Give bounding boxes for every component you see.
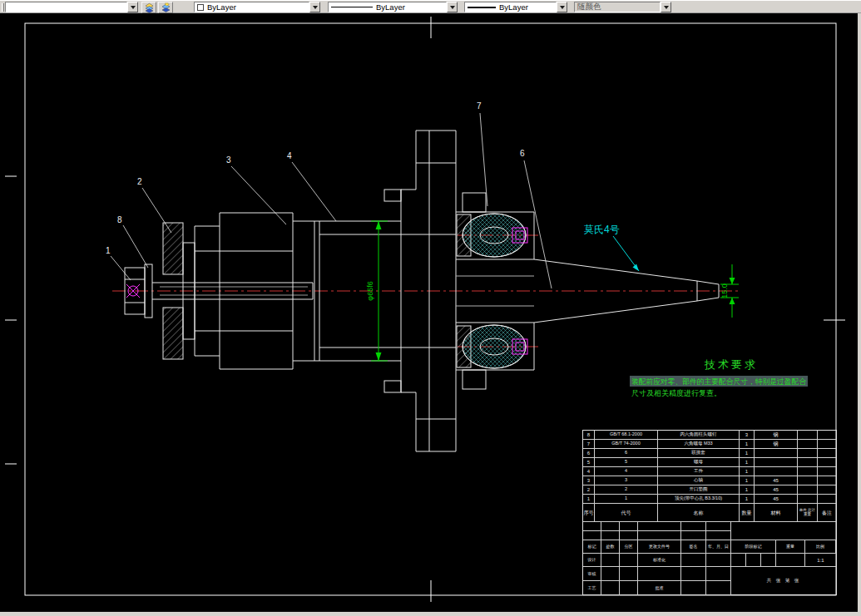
parts-cell: 3 xyxy=(595,476,658,485)
color-swatch-icon xyxy=(197,4,204,11)
parts-cell: 6 xyxy=(583,449,595,458)
color-value-text: ByLayer xyxy=(207,2,236,12)
parts-cell: 1 xyxy=(740,476,755,485)
parts-cell xyxy=(818,467,836,476)
parts-row: 7GB/T 74-2000六角螺母 M331钢 xyxy=(583,440,836,449)
parts-cell: 联接套 xyxy=(658,449,740,458)
tip-dimension-text: 15.0 xyxy=(720,283,729,298)
revision-cell xyxy=(706,531,731,540)
window-right-edge xyxy=(858,13,861,612)
parts-cell: 1 xyxy=(583,495,595,504)
parts-cell: 8 xyxy=(583,431,595,440)
revision-cell xyxy=(706,522,731,531)
layer-previous-button[interactable] xyxy=(158,2,173,13)
diameter-dimension-text: φ65f6 xyxy=(366,281,374,300)
svg-text:1: 1 xyxy=(106,246,111,255)
window-bottom-edge xyxy=(0,612,861,616)
linetype-dropdown-arrow-icon[interactable] xyxy=(447,2,458,12)
parts-cell: 1 xyxy=(740,440,755,449)
scale-value-cell: 1:1 xyxy=(805,554,836,567)
make-object-layer-current-button[interactable] xyxy=(141,2,156,13)
parts-cell xyxy=(798,449,818,458)
parts-cell: 6 xyxy=(595,449,658,458)
technical-requirements: 技术要求 装配前应对零、部件的主要配合尺寸，特别是过盈配合 尺寸及相关精度进行复… xyxy=(630,358,808,397)
layer-dropdown-value xyxy=(5,2,127,12)
label-check: 审核 xyxy=(583,567,601,581)
lineweight-value-text: ByLayer xyxy=(499,2,528,12)
parts-cell xyxy=(818,485,836,495)
object-properties-toolbar: ByLayer ByLayer ByLayer 随颜色 xyxy=(0,0,861,13)
parts-cell: 开口垫圈 xyxy=(658,485,740,495)
parts-header-no: 序号 xyxy=(583,504,595,522)
label-design: 设计 xyxy=(583,554,601,567)
parts-cell: 2 xyxy=(595,485,658,495)
callout-8: 8 xyxy=(117,215,148,268)
morse-taper-annotation: 莫氏4号 xyxy=(584,224,639,271)
revision-cell xyxy=(681,522,706,531)
label-scale: 比例 xyxy=(805,540,836,554)
tech-req-title: 技术要求 xyxy=(704,358,758,371)
sig-cell xyxy=(706,554,731,567)
parts-cell xyxy=(818,458,836,467)
parts-cell xyxy=(798,431,818,440)
callout-4: 4 xyxy=(287,151,336,221)
revision-cell xyxy=(620,522,638,531)
label-approve: 批准 xyxy=(638,581,681,595)
sig-cell xyxy=(601,581,620,595)
lineweight-dropdown[interactable]: ByLayer xyxy=(464,2,567,12)
layer-dropdown[interactable] xyxy=(5,2,138,12)
label-zone: 分区 xyxy=(620,540,638,554)
parts-cell xyxy=(818,431,836,440)
parts-cell: 4 xyxy=(583,467,595,476)
parts-cell: 工件 xyxy=(658,467,740,476)
parts-cell: 1 xyxy=(740,485,755,495)
stage-scale-block: 阶段标记 重量 比例 1:1 共 张 第 张 xyxy=(730,522,836,595)
weight-bottom-label: 重量 xyxy=(804,513,811,517)
parts-row: 22开口垫圈145 xyxy=(583,485,836,495)
color-dropdown-arrow-icon[interactable] xyxy=(309,2,320,12)
lineweight-dropdown-arrow-icon[interactable] xyxy=(557,2,567,12)
parts-header-material: 材料 xyxy=(755,504,798,522)
plotstyle-value-text: 随颜色 xyxy=(577,2,601,12)
parts-cell: 钢 xyxy=(755,431,798,440)
revision-cell xyxy=(638,522,681,531)
parts-cell xyxy=(798,476,818,485)
plotstyle-dropdown[interactable]: 随颜色 xyxy=(574,2,671,12)
parts-cell xyxy=(818,440,836,449)
toolbar-grip[interactable] xyxy=(2,3,4,12)
layer-dropdown-arrow-icon[interactable] xyxy=(127,2,138,12)
parts-cell: 3 xyxy=(583,476,595,485)
svg-text:8: 8 xyxy=(117,215,122,224)
label-weight: 重量 xyxy=(776,540,805,554)
parts-cell xyxy=(755,467,798,476)
callout-1: 1 xyxy=(106,246,131,280)
parts-cell: 1 xyxy=(595,495,658,504)
color-dropdown[interactable]: ByLayer xyxy=(194,2,320,12)
label-process: 工艺 xyxy=(583,581,601,595)
sig-cell xyxy=(681,567,706,581)
label-mark: 标记 xyxy=(583,540,601,554)
sig-cell xyxy=(638,567,681,581)
parts-cell xyxy=(818,449,836,458)
sig-cell xyxy=(706,567,731,581)
parts-cell xyxy=(798,458,818,467)
revision-cell xyxy=(601,531,620,540)
callout-2: 2 xyxy=(137,177,171,233)
parts-cell: 5 xyxy=(595,458,658,467)
parts-cell xyxy=(818,476,836,485)
callout-6: 6 xyxy=(520,149,552,288)
svg-text:3: 3 xyxy=(226,155,231,165)
label-standard: 标准化 xyxy=(638,554,681,567)
title-block-lower: 标记 处数 分区 更改文件号 签名 年、月、日 设计 标准化 审核 xyxy=(583,522,836,595)
svg-text:6: 6 xyxy=(520,149,525,158)
parts-cell: 钢 xyxy=(755,440,798,449)
label-stage: 阶段标记 xyxy=(731,540,776,554)
label-sign: 签名 xyxy=(681,540,706,554)
plotstyle-dropdown-arrow-icon[interactable] xyxy=(661,2,671,12)
revision-cell xyxy=(583,522,601,531)
revision-cell xyxy=(681,531,706,540)
color-dropdown-value: ByLayer xyxy=(194,2,309,12)
parts-cell: 45 xyxy=(755,495,798,504)
linetype-dropdown[interactable]: ByLayer xyxy=(328,2,458,12)
parts-cell: 45 xyxy=(755,485,798,495)
